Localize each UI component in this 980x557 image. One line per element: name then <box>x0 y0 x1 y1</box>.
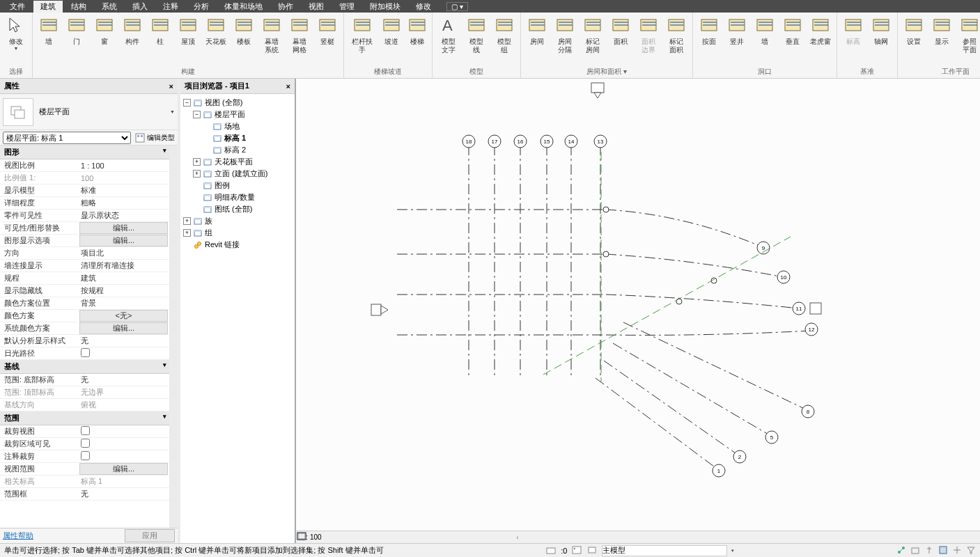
grid-line[interactable] <box>606 295 799 308</box>
detail-level-icon[interactable] <box>330 533 341 542</box>
prop-value-button[interactable]: 编辑 <box>79 463 168 475</box>
prop-row[interactable]: 范围: 底部标高无 <box>0 374 169 386</box>
prop-row[interactable]: 显示隐藏线按规程 <box>0 285 169 297</box>
tree-node[interactable]: 图纸 (全部) <box>183 203 292 215</box>
grid-bubble[interactable]: 11 <box>793 302 805 315</box>
grid-line[interactable] <box>604 361 738 455</box>
prop-row[interactable]: 日光路径 <box>0 347 169 360</box>
prop-value-button[interactable]: 编辑 <box>79 222 168 234</box>
section-marker[interactable] <box>810 303 821 314</box>
ribbon-btn-hole-face[interactable]: 按面 <box>696 14 722 67</box>
scroll-left-icon[interactable]: ‹ <box>517 534 519 541</box>
menu-annotate[interactable]: 注释 <box>156 1 185 13</box>
grid-line[interactable] <box>606 331 811 335</box>
prop-value[interactable]: 按规程 <box>78 285 169 296</box>
ribbon-btn-component[interactable]: 构件 <box>119 14 146 67</box>
tree-node[interactable]: 明细表/数量 <box>183 191 292 203</box>
edit-type-button[interactable]: 编辑类型 <box>135 133 175 143</box>
ribbon-btn-area-tag[interactable]: 标记 面积 <box>663 14 690 67</box>
select-pinned-icon[interactable] <box>924 545 934 556</box>
grid-line[interactable] <box>596 378 717 469</box>
collapse-icon[interactable]: − <box>183 99 191 107</box>
browser-tree[interactable]: −视图 (全部)−楼层平面场地标高 1标高 2+天花板平面+立面 (建筑立面)图… <box>180 94 295 543</box>
prop-row[interactable]: 零件可见性显示原状态 <box>0 210 169 222</box>
ribbon-btn-door[interactable]: 门 <box>63 14 90 67</box>
tree-node[interactable]: +立面 (建筑立面) <box>183 168 292 180</box>
grid-bubble[interactable]: 5 <box>765 431 778 444</box>
prop-value[interactable]: 无 <box>78 489 169 499</box>
select-underlay-icon[interactable] <box>910 545 920 556</box>
grid-bubble[interactable]: 2 <box>733 450 746 463</box>
properties-grid[interactable]: 图形视图比例1 : 100比例值 1:100显示模型标准详细程度粗略零件可见性显… <box>0 146 178 528</box>
tree-node[interactable]: 图例 <box>183 180 292 191</box>
grid-anchor[interactable] <box>603 251 609 257</box>
tree-node[interactable]: 标高 2 <box>183 144 292 156</box>
worksharing-icon[interactable] <box>483 533 495 542</box>
grid-bubble[interactable]: 12 <box>805 323 818 336</box>
tree-node[interactable]: +族 <box>183 215 292 227</box>
prop-row[interactable]: 注释裁剪 <box>0 450 169 463</box>
ribbon-btn-hole-wall[interactable]: 墙 <box>752 14 778 67</box>
prop-value[interactable]: 无边界 <box>78 387 169 398</box>
menu-view[interactable]: 视图 <box>302 1 331 13</box>
prop-row[interactable]: 墙连接显示清理所有墙连接 <box>0 260 169 272</box>
properties-help-link[interactable]: 属性帮助 <box>3 531 33 541</box>
exclude-options-icon[interactable] <box>586 545 598 556</box>
close-icon[interactable]: × <box>286 82 290 91</box>
collapse-icon[interactable]: − <box>193 111 201 118</box>
ribbon-btn-floor[interactable]: 楼板 <box>231 14 257 67</box>
prop-category[interactable]: 基线 <box>0 360 169 374</box>
ribbon-btn-stair[interactable]: 楼梯 <box>405 14 429 67</box>
prop-row[interactable]: 规程建筑 <box>0 272 169 285</box>
prop-value-checkbox[interactable] <box>78 451 169 462</box>
menu-structure[interactable]: 结构 <box>64 1 93 13</box>
prop-value[interactable]: 粗略 <box>78 198 169 208</box>
prop-row[interactable]: 视图比例1 : 100 <box>0 159 169 172</box>
prop-value[interactable]: 项目北 <box>78 248 169 258</box>
tree-node[interactable]: −楼层平面 <box>183 109 292 120</box>
ribbon-btn-dormer[interactable]: 老虎窗 <box>807 14 834 67</box>
prop-value[interactable]: 建筑 <box>78 273 169 283</box>
instance-selector[interactable]: 楼层平面: 标高 1 <box>3 132 131 144</box>
prop-row[interactable]: 默认分析显示样式无 <box>0 335 169 347</box>
grid-bubble[interactable]: 1 <box>713 464 725 477</box>
menu-architecture[interactable]: 建筑 <box>33 1 63 13</box>
ribbon-btn-railing[interactable]: 栏杆扶手 <box>347 14 378 67</box>
prop-category[interactable]: 范围 <box>0 411 169 425</box>
prop-value[interactable]: 1 : 100 <box>78 162 169 170</box>
drawing-canvas[interactable]: 18171615141391011128521 1 : 100 ‹ <box>295 79 980 543</box>
ribbon-btn-column[interactable]: 柱 <box>147 14 173 67</box>
prop-value-button[interactable]: <无> <box>79 310 168 322</box>
lock-icon[interactable] <box>437 533 449 542</box>
select-face-icon[interactable] <box>938 545 948 556</box>
ref-plane[interactable] <box>543 237 791 375</box>
ribbon-btn-ceiling[interactable]: 天花板 <box>203 14 229 67</box>
tree-node[interactable]: 场地 <box>183 120 292 132</box>
prop-row[interactable]: 显示模型标准 <box>0 185 169 197</box>
ribbon-btn-refplane[interactable]: 参照 平面 <box>956 14 980 67</box>
ribbon-btn-area[interactable]: 面积 <box>607 14 634 67</box>
ribbon-btn-room-sep[interactable]: 房间 分隔 <box>552 14 578 67</box>
tree-node[interactable]: 标高 1 <box>183 132 292 144</box>
prop-value[interactable]: 背景 <box>78 298 169 308</box>
prop-row[interactable]: 比例值 1:100 <box>0 172 169 185</box>
close-icon[interactable]: × <box>169 82 173 91</box>
prop-value[interactable]: 俯视 <box>78 400 169 410</box>
prop-value[interactable]: 标高 1 <box>78 476 169 487</box>
prop-row[interactable]: 裁剪区域可见 <box>0 438 169 450</box>
prop-value-button[interactable]: 编辑 <box>79 235 168 246</box>
expand-icon[interactable]: + <box>193 158 201 166</box>
prop-row[interactable]: 视图范围编辑 <box>0 463 169 476</box>
ribbon-btn-line[interactable]: 模型 线 <box>463 14 490 67</box>
main-model-selector[interactable] <box>602 545 727 556</box>
grid-line[interactable] <box>613 343 770 435</box>
grid-bubble[interactable]: 8 <box>802 405 814 418</box>
ribbon-btn-curtain-grid[interactable]: 幕墙 网格 <box>286 14 313 67</box>
grid-bubble[interactable]: 10 <box>777 271 790 283</box>
crop-region-icon[interactable] <box>422 533 433 542</box>
prop-row[interactable]: 图形显示选项编辑 <box>0 235 169 247</box>
ribbon-btn-curtain[interactable]: 幕墙 系统 <box>258 14 285 67</box>
rendering-icon[interactable] <box>391 533 403 542</box>
prop-row[interactable]: 裁剪视图 <box>0 425 169 438</box>
expand-icon[interactable]: + <box>193 170 201 178</box>
